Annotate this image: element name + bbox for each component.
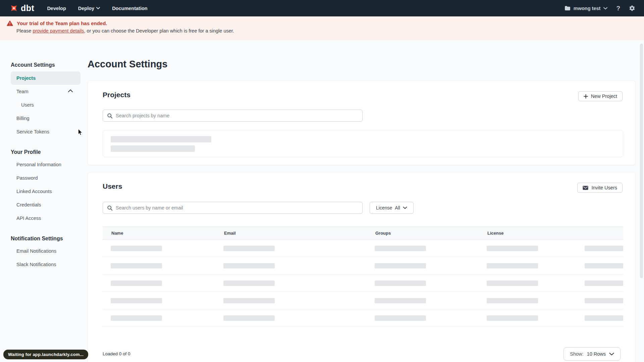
show-rows-value: 10 Rows: [587, 351, 606, 357]
license-filter-value: All: [395, 205, 400, 210]
settings-sidebar: Account Settings Projects Team Users Bil…: [11, 60, 80, 271]
sidebar-item-slack-notifications[interactable]: Slack Notifications: [11, 258, 80, 271]
skeleton-bar: [223, 246, 275, 251]
chevron-down-icon: [603, 7, 607, 10]
sidebar-heading-notification-settings: Notification Settings: [11, 233, 80, 244]
envelope-icon: [583, 186, 588, 190]
sidebar-item-email-notifications[interactable]: Email Notifications: [11, 244, 80, 258]
banner-title: Your trial of the Team plan has ended.: [17, 20, 107, 26]
settings-gear-icon[interactable]: [629, 5, 635, 11]
account-switcher[interactable]: mwong test: [565, 6, 608, 11]
search-icon: [107, 205, 113, 211]
chevron-down-icon: [609, 353, 614, 356]
skeleton-bar: [111, 298, 162, 303]
sidebar-item-billing[interactable]: Billing: [11, 112, 80, 125]
skeleton-bar: [487, 298, 538, 303]
nav-item-develop[interactable]: Develop: [47, 6, 66, 11]
skeleton-bar: [111, 315, 162, 321]
plus-icon: [584, 94, 588, 99]
nav-item-deploy[interactable]: Deploy: [78, 6, 100, 11]
skeleton-bar: [487, 281, 538, 286]
sidebar-item-projects[interactable]: Projects: [11, 71, 80, 85]
column-header-groups: Groups: [367, 227, 479, 240]
license-filter-dropdown[interactable]: License All: [370, 202, 414, 214]
table-row-skeleton: [103, 309, 623, 327]
warning-triangle-icon: [7, 20, 13, 26]
projects-heading: Projects: [103, 89, 623, 101]
skeleton-bar: [375, 246, 426, 251]
show-rows-label: Show:: [570, 351, 583, 357]
skeleton-bar: [375, 315, 426, 321]
help-icon[interactable]: ?: [616, 5, 620, 12]
browser-status-bubble: Waiting for app.launchdarkly.com...: [3, 350, 88, 359]
sidebar-heading-your-profile: Your Profile: [11, 146, 80, 158]
skeleton-bar: [111, 281, 162, 286]
license-filter-label: License: [376, 205, 392, 210]
vertical-scrollbar[interactable]: [640, 44, 643, 278]
sidebar-item-personal-information[interactable]: Personal Information: [11, 158, 80, 171]
top-nav: dbt Develop Deploy Documentation mwong t…: [0, 0, 644, 16]
new-project-button[interactable]: New Project: [578, 91, 623, 101]
invite-users-button[interactable]: Invite Users: [577, 183, 623, 193]
dbt-logo-text: dbt: [21, 3, 34, 13]
skeleton-bar: [585, 315, 623, 321]
nav-menu: Develop Deploy Documentation: [47, 6, 147, 11]
skeleton-bar: [585, 281, 623, 286]
skeleton-bar: [223, 263, 275, 268]
page-title: Account Settings: [88, 57, 636, 71]
skeleton-bar: [487, 263, 538, 268]
account-name: mwong test: [574, 6, 601, 11]
sidebar-item-team[interactable]: Team: [11, 85, 80, 98]
trial-ended-banner: Your trial of the Team plan has ended. P…: [0, 16, 644, 40]
projects-loading-panel: [103, 130, 623, 157]
table-row-skeleton: [103, 292, 623, 309]
skeleton-bar: [585, 263, 623, 268]
skeleton-bar: [585, 246, 623, 251]
table-row-skeleton: [103, 257, 623, 275]
provide-payment-details-link[interactable]: provide payment details: [33, 28, 84, 34]
users-table: Name Email Groups License: [103, 227, 623, 327]
column-header-email: Email: [215, 227, 367, 240]
users-toolbar: License All: [103, 202, 623, 214]
sidebar-heading-account-settings: Account Settings: [11, 60, 80, 70]
skeleton-bar: [223, 281, 275, 286]
show-rows-dropdown[interactable]: Show: 10 Rows: [564, 347, 621, 361]
skeleton-bar: [223, 315, 275, 321]
sidebar-item-credentials[interactable]: Credentials: [11, 198, 80, 212]
sidebar-item-password[interactable]: Password: [11, 171, 80, 185]
skeleton-bar: [223, 298, 275, 303]
users-search: [103, 202, 363, 214]
column-header-license: License: [479, 227, 578, 240]
column-header-name: Name: [103, 227, 215, 240]
table-row-skeleton: [103, 240, 623, 257]
skeleton-bar: [375, 281, 426, 286]
skeleton-bar: [585, 298, 623, 303]
chevron-up-icon: [68, 89, 73, 93]
sidebar-item-service-tokens[interactable]: Service Tokens: [11, 125, 80, 138]
projects-search: [103, 110, 363, 122]
dbt-logo-icon: [9, 4, 18, 13]
projects-search-input[interactable]: [116, 113, 358, 118]
sidebar-item-linked-accounts[interactable]: Linked Accounts: [11, 185, 80, 198]
skeleton-bar: [111, 263, 162, 268]
skeleton-bar: [487, 315, 538, 321]
projects-card: Projects New Project: [88, 80, 636, 165]
users-heading: Users: [103, 180, 623, 192]
table-row-skeleton: [103, 275, 623, 292]
sidebar-item-users[interactable]: Users: [11, 98, 80, 112]
users-search-input[interactable]: [116, 205, 358, 210]
skeleton-bar: [111, 145, 195, 152]
skeleton-bar: [375, 298, 426, 303]
dbt-logo[interactable]: dbt: [9, 3, 34, 13]
loaded-count-text: Loaded 0 of 0: [103, 351, 130, 356]
folder-icon: [565, 6, 571, 11]
search-icon: [107, 113, 113, 119]
skeleton-bar: [111, 136, 211, 142]
main-content: Account Settings Projects New Project Us…: [88, 57, 636, 362]
users-table-header: Name Email Groups License: [103, 227, 623, 240]
skeleton-bar: [375, 263, 426, 268]
skeleton-bar: [487, 246, 538, 251]
users-card: Users Invite Users License All: [88, 172, 636, 362]
nav-item-documentation[interactable]: Documentation: [112, 6, 148, 11]
sidebar-item-api-access[interactable]: API Access: [11, 212, 80, 225]
